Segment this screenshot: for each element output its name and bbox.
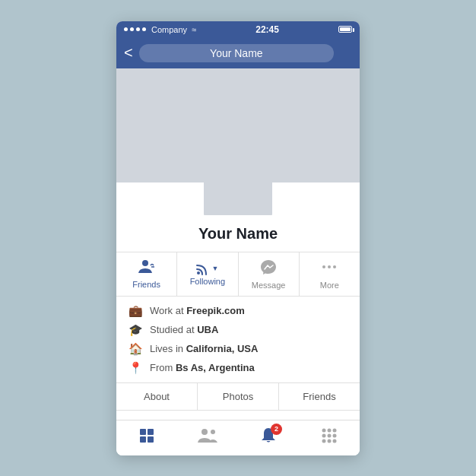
signal-dot-2 xyxy=(130,27,134,31)
carrier-label: Company xyxy=(151,25,187,34)
following-label: Following xyxy=(190,277,225,286)
bottom-nav-friends[interactable] xyxy=(177,427,238,449)
svg-point-4 xyxy=(328,265,331,268)
svg-rect-7 xyxy=(148,429,154,435)
signal-dot-4 xyxy=(142,27,146,31)
work-info-row: 💼 Work at Freepik.com xyxy=(129,304,347,318)
from-text: From Bs As, Argentina xyxy=(150,362,255,373)
home-nav-icon xyxy=(138,427,156,449)
svg-point-13 xyxy=(328,428,332,432)
tab-about[interactable]: About xyxy=(116,383,198,410)
lives-text: Lives in California, USA xyxy=(150,343,258,354)
following-dropdown-arrow: ▼ xyxy=(211,265,218,272)
svg-point-10 xyxy=(202,429,208,435)
grid-icon xyxy=(321,427,338,449)
profile-section: Your Name Friends xyxy=(116,182,360,420)
study-text: Studied at UBA xyxy=(150,324,218,335)
svg-point-11 xyxy=(211,430,215,434)
tab-friends[interactable]: Friends xyxy=(279,383,360,410)
home-icon: 🏠 xyxy=(129,342,142,356)
bottom-nav-notifications[interactable]: 2 xyxy=(238,427,299,449)
svg-point-14 xyxy=(333,428,337,432)
profile-name: Your Name xyxy=(198,225,278,243)
status-time: 22:45 xyxy=(255,24,279,35)
back-button[interactable]: < xyxy=(124,44,133,62)
friends-label: Friends xyxy=(132,280,160,289)
work-text: Work at Freepik.com xyxy=(150,305,245,316)
svg-point-15 xyxy=(322,433,326,437)
more-button[interactable]: More xyxy=(300,252,360,296)
tab-photos[interactable]: Photos xyxy=(198,383,279,410)
svg-point-18 xyxy=(322,439,326,443)
status-bar-left: Company ≈ xyxy=(124,25,196,34)
study-info-row: 🎓 Studied at UBA xyxy=(129,323,347,337)
nav-title: Your Name xyxy=(139,44,334,62)
nav-bar: < Your Name xyxy=(116,38,360,68)
battery-icon xyxy=(338,26,352,33)
svg-point-12 xyxy=(322,428,326,432)
graduation-icon: 🎓 xyxy=(129,323,142,337)
friends-icon xyxy=(138,259,155,278)
info-section: 💼 Work at Freepik.com 🎓 Studied at UBA 🏠… xyxy=(116,297,360,383)
svg-point-3 xyxy=(322,265,325,268)
dots-icon xyxy=(321,259,338,275)
status-bar-right xyxy=(338,26,352,33)
profile-tabs: About Photos Friends xyxy=(116,383,360,411)
svg-rect-9 xyxy=(148,436,154,443)
from-info-row: 📍 From Bs As, Argentina xyxy=(129,361,347,375)
rss-icon xyxy=(196,262,210,275)
lives-info-row: 🏠 Lives in California, USA xyxy=(129,342,347,356)
following-button[interactable]: ▼ Following xyxy=(177,252,238,296)
pin-icon: 📍 xyxy=(129,361,142,375)
signal-dot-3 xyxy=(136,27,140,31)
message-button[interactable]: Message xyxy=(239,252,300,296)
more-label: More xyxy=(320,281,339,290)
friends-button[interactable]: Friends xyxy=(116,252,177,296)
svg-point-2 xyxy=(197,271,200,274)
status-bar: Company ≈ 22:45 xyxy=(116,21,360,38)
action-buttons: Friends ▼ Following xyxy=(116,252,360,297)
bottom-nav-menu[interactable] xyxy=(299,427,360,449)
following-icon: ▼ xyxy=(196,262,218,275)
battery-fill xyxy=(340,27,351,31)
svg-point-19 xyxy=(328,439,332,443)
svg-rect-8 xyxy=(140,436,146,443)
message-icon xyxy=(260,259,277,279)
notifications-badge: 2 xyxy=(271,424,282,435)
friends-svg xyxy=(138,259,155,274)
message-label: Message xyxy=(252,281,286,290)
more-icon xyxy=(321,259,338,279)
briefcase-icon: 💼 xyxy=(129,304,142,318)
svg-rect-6 xyxy=(140,429,146,435)
wifi-icon: ≈ xyxy=(192,25,196,34)
cover-photo xyxy=(116,68,360,182)
bottom-nav-home[interactable] xyxy=(116,427,177,449)
svg-point-0 xyxy=(142,260,148,266)
bottom-nav: 2 xyxy=(116,420,360,455)
phone-frame: Company ≈ 22:45 < Your Name Your Name xyxy=(116,21,360,455)
svg-point-16 xyxy=(328,433,332,437)
friends-nav-icon xyxy=(198,427,217,449)
signal-dot-1 xyxy=(124,27,128,31)
svg-point-17 xyxy=(333,433,337,437)
messenger-icon xyxy=(260,259,277,275)
svg-point-20 xyxy=(333,439,337,443)
svg-point-5 xyxy=(333,265,336,268)
